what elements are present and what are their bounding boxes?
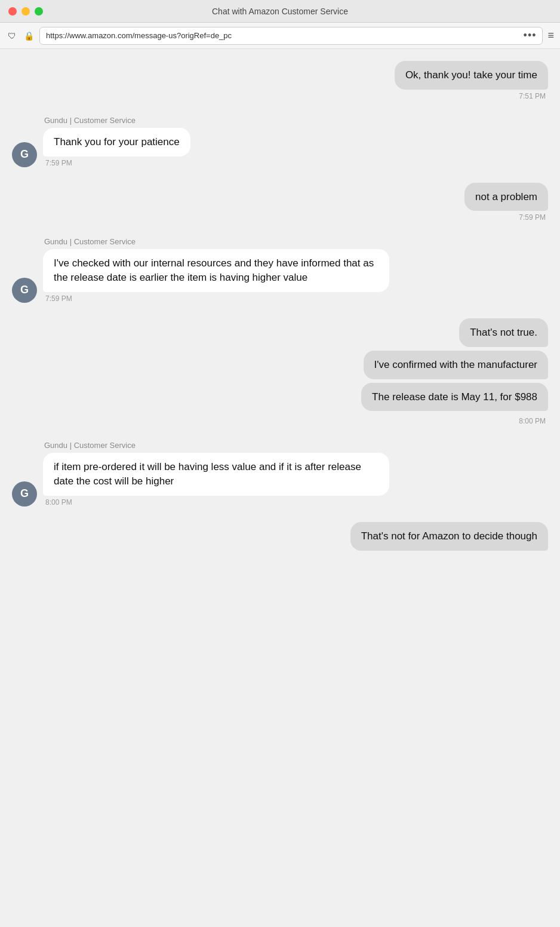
message-bubble: Ok, thank you! take your time	[395, 61, 548, 90]
message-row: Gundu | Customer Service G I've checked …	[0, 237, 560, 303]
message-bubble: I've checked with our internal resources…	[43, 249, 389, 292]
message-bubble: Thank you for your patience	[43, 128, 190, 156]
message-bubble: not a problem	[464, 183, 548, 211]
url-text: https://www.amazon.com/message-us?origRe…	[46, 31, 521, 40]
message-timestamp: 7:59 PM	[43, 159, 75, 167]
message-timestamp: 7:51 PM	[516, 92, 548, 100]
close-button[interactable]	[8, 7, 17, 16]
window-title: Chat with Amazon Customer Service	[212, 7, 348, 16]
browser-menu-button[interactable]: ≡	[547, 29, 554, 42]
shield-icon: 🛡	[6, 30, 18, 42]
lock-icon: 🔒	[23, 30, 35, 42]
message-timestamp: 7:59 PM	[516, 213, 548, 222]
more-options-button[interactable]: •••	[524, 29, 537, 42]
message-row: not a problem 7:59 PM	[0, 183, 560, 222]
sender-label: Gundu | Customer Service	[43, 441, 136, 450]
message-bubble: if item pre-ordered it will be having le…	[43, 453, 389, 496]
avatar: G	[12, 278, 37, 303]
sent-message-group: Ok, thank you! take your time 7:51 PM	[395, 61, 548, 100]
chat-area: Ok, thank you! take your time 7:51 PM Gu…	[0, 49, 560, 927]
sent-message-group: not a problem 7:59 PM	[464, 183, 548, 222]
message-timestamp: 8:00 PM	[516, 417, 548, 425]
message-row: Gundu | Customer Service G if item pre-o…	[0, 441, 560, 507]
title-bar: Chat with Amazon Customer Service	[0, 0, 560, 23]
received-message-group: if item pre-ordered it will be having le…	[43, 453, 389, 507]
sender-label: Gundu | Customer Service	[43, 116, 136, 125]
message-row: Ok, thank you! take your time 7:51 PM	[0, 61, 560, 100]
received-message-group: I've checked with our internal resources…	[43, 249, 389, 303]
maximize-button[interactable]	[35, 7, 43, 16]
message-bubble: That's not for Amazon to decide though	[350, 522, 548, 551]
minimize-button[interactable]	[21, 7, 30, 16]
message-row: That's not true. I've confirmed with the…	[0, 318, 560, 425]
message-bubble: I've confirmed with the manufacturer	[364, 351, 548, 379]
message-row: That's not for Amazon to decide though	[0, 522, 560, 551]
message-bubble: That's not true.	[459, 318, 548, 347]
browser-bar: 🛡 🔒 https://www.amazon.com/message-us?or…	[0, 23, 560, 49]
message-timestamp: 8:00 PM	[43, 498, 75, 507]
sender-label: Gundu | Customer Service	[43, 237, 136, 246]
url-bar[interactable]: https://www.amazon.com/message-us?origRe…	[39, 27, 543, 45]
avatar: G	[12, 142, 37, 167]
message-bubble: The release date is May 11, for $988	[361, 383, 548, 412]
message-timestamp: 7:59 PM	[43, 294, 75, 303]
received-message-group: Thank you for your patience 7:59 PM	[43, 128, 190, 167]
sent-multi-group: That's not true. I've confirmed with the…	[361, 318, 548, 425]
avatar: G	[12, 481, 37, 507]
sent-message-group: That's not for Amazon to decide though	[350, 522, 548, 551]
window-controls	[8, 7, 43, 16]
message-row: Gundu | Customer Service G Thank you for…	[0, 116, 560, 167]
